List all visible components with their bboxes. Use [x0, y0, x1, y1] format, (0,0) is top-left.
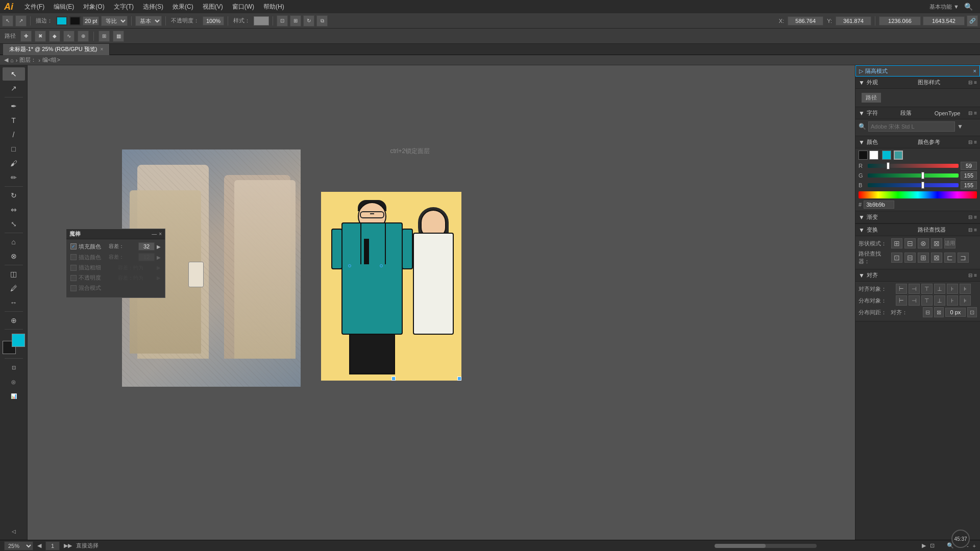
status-zoom-in[interactable]: + — [973, 543, 976, 549]
isolation-close[interactable]: × — [973, 68, 976, 74]
direct-selection-btn[interactable]: ↗ — [15, 15, 27, 27]
scale-tool[interactable]: ⤡ — [3, 217, 25, 231]
stroke-width-input[interactable] — [83, 16, 99, 26]
style-swatch[interactable] — [254, 16, 269, 26]
gap-btn1[interactable]: ⊟ — [923, 307, 933, 317]
play-btn[interactable]: ▶ — [922, 542, 926, 549]
menu-help[interactable]: 帮助(H) — [259, 2, 288, 12]
shape-btn5[interactable]: 适用 — [944, 238, 955, 248]
fill-tolerance-arrow[interactable]: ▶ — [157, 244, 161, 249]
char-icon2[interactable]: ≡ — [974, 110, 977, 116]
menu-select[interactable]: 选择(S) — [139, 2, 167, 12]
font-dropdown-arrow[interactable]: ▼ — [957, 123, 963, 130]
a-icon1[interactable]: ⊟ — [968, 272, 972, 278]
artboard-input[interactable] — [45, 541, 60, 550]
dist-top[interactable]: ⊥ — [934, 295, 945, 306]
h-input[interactable] — [923, 16, 965, 26]
paintbrush-tool[interactable]: 🖌 — [3, 157, 25, 170]
zoom-grid-icon[interactable]: ⊞ — [99, 31, 110, 42]
ap-icon2[interactable]: ≡ — [974, 80, 977, 85]
panel-close[interactable]: × — [159, 231, 162, 237]
selection-handle-bm[interactable] — [391, 377, 396, 381]
r-slider-track[interactable] — [868, 164, 959, 168]
align-left[interactable]: ⊢ — [896, 284, 907, 294]
remove-anchor-icon[interactable]: ✖ — [35, 31, 46, 42]
bc-home[interactable]: ⌂ — [10, 57, 14, 63]
y-input[interactable] — [836, 16, 871, 26]
grid-icon[interactable]: ⊞ — [290, 15, 301, 27]
g-icon1[interactable]: ⊟ — [968, 214, 972, 220]
color-white-swatch[interactable] — [869, 151, 878, 160]
opacity-checkbox[interactable] — [70, 275, 77, 281]
hex-input[interactable] — [864, 201, 894, 209]
gap-input[interactable] — [945, 308, 966, 317]
measure-tool[interactable]: ↔ — [3, 296, 25, 309]
tab-close-btn[interactable]: × — [101, 46, 104, 52]
g-icon2[interactable]: ≡ — [974, 214, 977, 220]
search-icon[interactable]: 🔍 — [964, 3, 973, 11]
pf-btn6[interactable]: ⊐ — [958, 253, 969, 263]
t-icon1[interactable]: ⊟ — [968, 227, 972, 233]
line-tool[interactable]: / — [3, 128, 25, 141]
color-black-swatch[interactable] — [859, 151, 868, 160]
opacity-input[interactable] — [203, 16, 224, 26]
r-slider-thumb[interactable] — [887, 162, 890, 169]
sw-arrow[interactable]: ▶ — [157, 265, 161, 270]
color-icon2[interactable]: ≡ — [974, 139, 977, 145]
blend-tool[interactable]: ⊗ — [3, 249, 25, 263]
b-value-input[interactable] — [961, 181, 977, 189]
envelope-icon[interactable]: ⊡ — [277, 15, 288, 27]
fill-color-checkbox[interactable]: ✓ — [70, 243, 77, 249]
add-anchor-icon[interactable]: ✚ — [20, 31, 32, 42]
stroke-color-swatch[interactable] — [56, 16, 67, 26]
zoom-tool[interactable]: ⊕ — [3, 314, 25, 327]
pf-btn2[interactable]: ⊟ — [904, 253, 916, 263]
g-value-input[interactable] — [961, 171, 977, 180]
corner-icon[interactable]: ◆ — [49, 31, 60, 42]
stroke-dropdown[interactable]: 等比 等比 — [101, 16, 128, 26]
selection-handle-br[interactable] — [457, 377, 461, 381]
g-slider-track[interactable] — [868, 173, 959, 178]
pencil-tool[interactable]: ✏ — [3, 171, 25, 184]
t-icon2[interactable]: ≡ — [974, 227, 977, 233]
menu-file[interactable]: 文件(F) — [20, 2, 48, 12]
pf-btn4[interactable]: ⊠ — [931, 253, 942, 263]
a-icon2[interactable]: ≡ — [974, 272, 977, 278]
color-spectrum-bar[interactable] — [859, 191, 977, 198]
type-tool[interactable]: T — [3, 114, 25, 127]
nav-icon[interactable]: ⊡ — [930, 542, 935, 549]
ap-icon1[interactable]: ⊟ — [968, 80, 972, 85]
char-collapse[interactable]: ▼ — [859, 110, 865, 117]
fill-color-swatch[interactable] — [69, 16, 81, 26]
color-teal-active[interactable] — [882, 151, 891, 160]
shape-btn2[interactable]: ⊟ — [904, 238, 916, 248]
panel-minimize[interactable]: — — [152, 231, 157, 237]
rect-tool[interactable]: □ — [3, 142, 25, 156]
char-tab3[interactable]: OpenType — [935, 110, 966, 116]
dist-center-h[interactable]: ⊣ — [909, 295, 920, 306]
char-tab2[interactable]: 段落 — [900, 109, 932, 117]
screen-mode-btn[interactable]: ⊡ — [3, 361, 25, 374]
graph-tool[interactable]: 📊 — [3, 389, 25, 403]
align-center-v[interactable]: ⊦ — [947, 284, 958, 294]
shape-btn4[interactable]: ⊠ — [931, 238, 942, 248]
align-center-h[interactable]: ⊣ — [909, 284, 920, 294]
dist-left[interactable]: ⊢ — [896, 295, 907, 306]
char-icon1[interactable]: ⊟ — [968, 110, 972, 116]
foreground-color-swatch[interactable] — [12, 334, 25, 347]
char-tab1[interactable]: 字符 — [867, 109, 898, 117]
g-slider-thumb[interactable] — [921, 172, 924, 179]
gap-btn2[interactable]: ⊠ — [934, 307, 944, 317]
smooth-icon[interactable]: ∿ — [63, 31, 75, 42]
warp-tool[interactable]: ⌂ — [3, 235, 25, 248]
color-selected-swatch[interactable] — [894, 151, 903, 160]
pf-btn5[interactable]: ⊏ — [944, 253, 955, 263]
direct-selection-tool[interactable]: ↗ — [3, 82, 25, 95]
align-right[interactable]: ⊤ — [921, 284, 933, 294]
shape-btn3[interactable]: ⊗ — [918, 238, 929, 248]
b-slider-track[interactable] — [868, 183, 959, 187]
align-bottom[interactable]: ⊧ — [960, 284, 971, 294]
stroke-style-dropdown[interactable]: 基本 — [135, 16, 162, 26]
transform-collapse[interactable]: ▼ — [859, 227, 865, 234]
gradient-collapse[interactable]: ▼ — [859, 214, 865, 221]
